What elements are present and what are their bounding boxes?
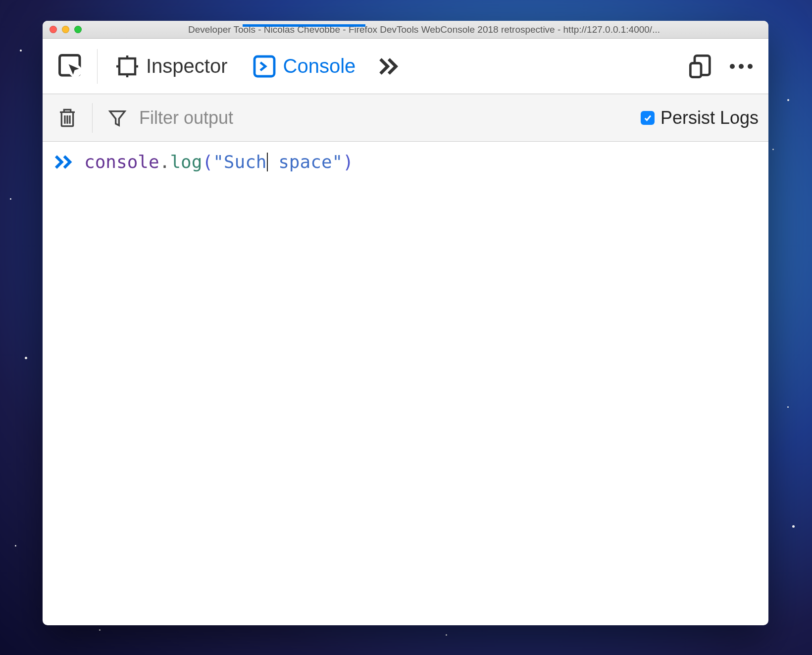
- pick-element-button[interactable]: [52, 47, 89, 86]
- trash-icon: [57, 107, 77, 129]
- meatballs-icon: [729, 63, 754, 70]
- window-title: Developer Tools - Nicolas Chevobbe - Fir…: [87, 24, 761, 35]
- tab-console[interactable]: Console: [243, 39, 366, 94]
- filter-toggle-button[interactable]: [102, 98, 132, 138]
- console-input-row[interactable]: console.log("Such space"): [53, 152, 758, 172]
- divider: [97, 49, 98, 84]
- inspector-icon: [115, 55, 139, 78]
- tab-console-label: Console: [283, 55, 356, 77]
- tab-inspector-label: Inspector: [146, 55, 228, 77]
- funnel-icon: [107, 108, 127, 128]
- console-input-code[interactable]: console.log("Such space"): [84, 152, 354, 172]
- filter-bar: Persist Logs: [43, 94, 768, 142]
- filter-input[interactable]: [139, 94, 634, 141]
- titlebar: Developer Tools - Nicolas Chevobbe - Fir…: [43, 21, 768, 39]
- close-button[interactable]: [50, 26, 57, 33]
- persist-logs-toggle[interactable]: Persist Logs: [641, 108, 759, 128]
- minimize-button[interactable]: [62, 26, 69, 33]
- clear-button[interactable]: [52, 98, 82, 138]
- zoom-button[interactable]: [74, 26, 82, 33]
- window-controls: [50, 26, 82, 33]
- kebab-menu-button[interactable]: [724, 47, 759, 86]
- console-icon: [253, 55, 276, 78]
- svg-rect-1: [119, 58, 135, 74]
- svg-point-9: [730, 64, 735, 69]
- more-tabs-button[interactable]: [370, 47, 405, 86]
- svg-point-10: [739, 64, 744, 69]
- pick-element-icon: [57, 53, 84, 80]
- divider: [92, 103, 93, 133]
- checkbox-checked-icon: [641, 111, 655, 125]
- responsive-icon: [688, 54, 714, 79]
- prompt-icon: [53, 155, 73, 169]
- toolbar: Inspector Console: [43, 39, 768, 94]
- chevron-double-right-icon: [375, 54, 400, 79]
- svg-rect-8: [690, 63, 701, 77]
- devtools-window: Developer Tools - Nicolas Chevobbe - Fir…: [43, 21, 768, 625]
- persist-logs-label: Persist Logs: [660, 108, 759, 128]
- tab-inspector[interactable]: Inspector: [105, 39, 238, 94]
- svg-point-11: [748, 64, 753, 69]
- responsive-design-button[interactable]: [683, 47, 719, 86]
- console-output: console.log("Such space"): [43, 142, 768, 625]
